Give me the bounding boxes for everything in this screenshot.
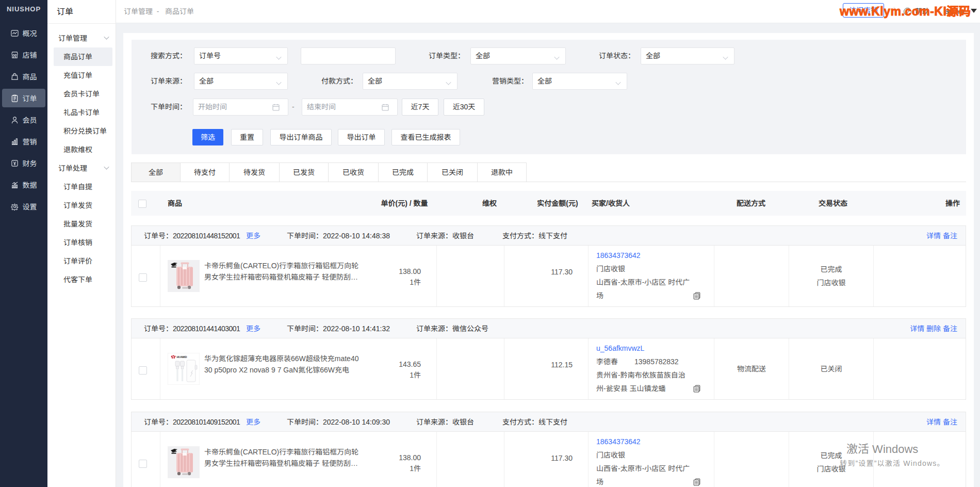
- svg-text:HUAWEI: HUAWEI: [177, 355, 188, 359]
